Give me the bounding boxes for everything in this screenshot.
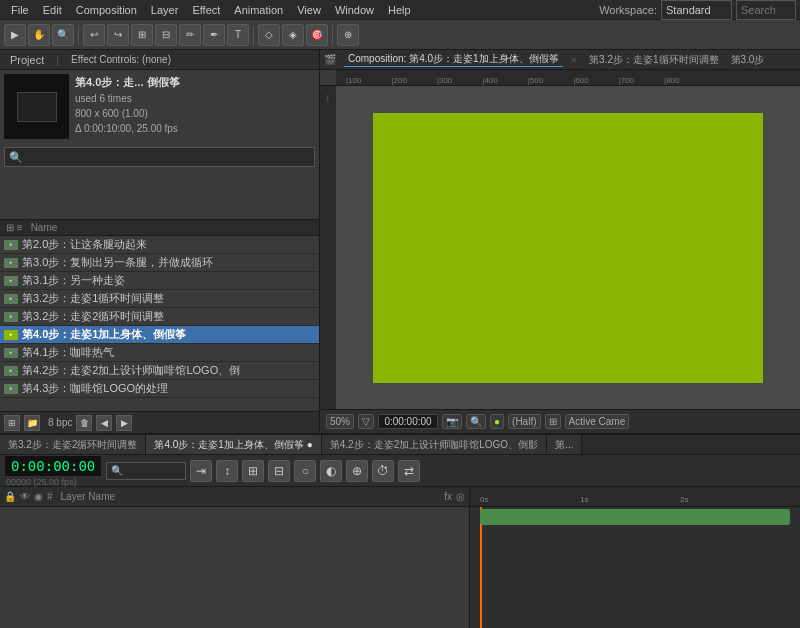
motion-icon: ◎ <box>456 491 465 502</box>
file-item-7[interactable]: ▪ 第4.2步：走姿2加上设计师咖啡馆LOGO、倒 <box>0 362 319 380</box>
toolbar-sep1 <box>78 25 79 45</box>
res-btn[interactable]: ⊞ <box>545 414 561 429</box>
time-marker-0: 0s <box>480 495 488 504</box>
project-tab[interactable]: Project <box>6 54 48 66</box>
tc-btn-7[interactable]: ⊕ <box>346 460 368 482</box>
file-icon-0: ▪ <box>4 240 18 250</box>
workspace-dropdown[interactable]: Standard <box>661 0 732 20</box>
nav-next[interactable]: ▶ <box>116 415 132 431</box>
menu-edit[interactable]: Edit <box>36 2 69 18</box>
bottom-section: 第3.2步：走姿2循环时间调整 第4.0步：走姿1加上身体、倒假筝 ● 第4.2… <box>0 433 800 628</box>
toolbar-sep3 <box>332 25 333 45</box>
tc-btn-5[interactable]: ○ <box>294 460 316 482</box>
toolbar-text[interactable]: T <box>227 24 249 46</box>
file-icon-5: ▪ <box>4 330 18 340</box>
tc-btn-1[interactable]: ⇥ <box>190 460 212 482</box>
new-composition-btn[interactable]: ⊞ <box>4 415 20 431</box>
menu-effect[interactable]: Effect <box>185 2 227 18</box>
tc-btn-3[interactable]: ⊞ <box>242 460 264 482</box>
tc-btn-6[interactable]: ◐ <box>320 460 342 482</box>
layer-name-header: Layer Name <box>61 491 115 502</box>
file-list-panel: ⊞ ≡ Name ▪ 第2.0步：让这条腿动起来 ▪ 第3.0步：复制出另一条腿… <box>0 220 319 411</box>
toolbar-fill[interactable]: ◈ <box>282 24 304 46</box>
tc-btn-2[interactable]: ↕ <box>216 460 238 482</box>
magnify-btn[interactable]: 🔍 <box>466 414 486 429</box>
search-input[interactable] <box>736 0 796 20</box>
toolbar-tool3[interactable]: ⊞ <box>131 24 153 46</box>
toolbar-pen[interactable]: ✒ <box>203 24 225 46</box>
file-item-1[interactable]: ▪ 第3.0步：复制出另一条腿，并做成循环 <box>0 254 319 272</box>
camera-icon[interactable]: 📷 <box>442 414 462 429</box>
timecode-display[interactable]: 0:00:00:00 <box>378 414 438 429</box>
menu-composition[interactable]: Composition <box>69 2 144 18</box>
file-icon-6: ▪ <box>4 348 18 358</box>
file-label-3: 第3.2步：走姿1循环时间调整 <box>22 291 164 306</box>
quality-btn[interactable]: (Half) <box>508 414 540 429</box>
timeline-search-input[interactable] <box>106 462 186 480</box>
color-btn[interactable]: ● <box>490 414 504 429</box>
tc-btn-8[interactable]: ⏱ <box>372 460 394 482</box>
timeline-tab-1[interactable]: 第4.0步：走姿1加上身体、倒假筝 ● <box>146 435 321 455</box>
comp-tab-32[interactable]: 第3.2步：走姿1循环时间调整 <box>585 53 722 67</box>
comp-controls: 50% ▽ 0:00:00:00 📷 🔍 ● (Half) ⊞ Active C… <box>320 409 800 433</box>
tc-btn-9[interactable]: ⇄ <box>398 460 420 482</box>
timeline-ruler: 0s 1s 2s <box>470 487 800 507</box>
toolbar-tool5[interactable]: ✏ <box>179 24 201 46</box>
layer-header: 🔒 👁 ◉ # Layer Name fx ◎ <box>0 487 469 507</box>
comp-view-area[interactable]: | <box>320 86 800 409</box>
timeline-controls: 0:00:00:00 00000 (25.00 fps) ⇥ ↕ ⊞ ⊟ ○ ◐… <box>0 455 800 487</box>
zoom-control[interactable]: 50% <box>326 414 354 429</box>
toolbar-hand[interactable]: ✋ <box>28 24 50 46</box>
file-item-5[interactable]: ▪ 第4.0步：走姿1加上身体、倒假筝 <box>0 326 319 344</box>
toolbar-puppet[interactable]: ⊕ <box>337 24 359 46</box>
playhead[interactable] <box>480 507 482 628</box>
menu-help[interactable]: Help <box>381 2 418 18</box>
toolbar-select[interactable]: ▶ <box>4 24 26 46</box>
tc-btn-4[interactable]: ⊟ <box>268 460 290 482</box>
time-marker-1: 1s <box>580 495 588 504</box>
delete-btn[interactable]: 🗑 <box>76 415 92 431</box>
file-item-0[interactable]: ▪ 第2.0步：让这条腿动起来 <box>0 236 319 254</box>
ruler-corner <box>320 70 336 86</box>
file-icon-7: ▪ <box>4 366 18 376</box>
right-panel: 🎬 Composition: 第4.0步：走姿1加上身体、倒假筝 × 第3.2步… <box>320 50 800 433</box>
view-btn[interactable]: Active Came <box>565 414 630 429</box>
ruler-500: |500 <box>528 76 543 85</box>
timeline-timecode[interactable]: 0:00:00:00 <box>4 455 102 477</box>
menu-layer[interactable]: Layer <box>144 2 186 18</box>
project-thumbnail <box>4 74 69 139</box>
file-item-3[interactable]: ▪ 第3.2步：走姿1循环时间调整 <box>0 290 319 308</box>
toolbar-rotate[interactable]: ↩ <box>83 24 105 46</box>
menu-window[interactable]: Window <box>328 2 381 18</box>
new-folder-btn[interactable]: 📁 <box>24 415 40 431</box>
timeline-track-bar <box>480 509 790 525</box>
menu-animation[interactable]: Animation <box>227 2 290 18</box>
toolbar-tool4[interactable]: ⊟ <box>155 24 177 46</box>
file-item-2[interactable]: ▪ 第3.1步：另一种走姿 <box>0 272 319 290</box>
comp-icon: 🎬 <box>324 54 336 65</box>
nav-prev[interactable]: ◀ <box>96 415 112 431</box>
comp-tab-main[interactable]: Composition: 第4.0步：走姿1加上身体、倒假筝 <box>344 52 563 67</box>
menu-view[interactable]: View <box>290 2 328 18</box>
timeline-tab-0[interactable]: 第3.2步：走姿2循环时间调整 <box>0 435 146 455</box>
file-item-8[interactable]: ▪ 第4.3步：咖啡馆LOGO的处理 <box>0 380 319 398</box>
comp-tab-30[interactable]: 第3.0步 <box>727 53 769 67</box>
project-search-bar <box>0 143 319 171</box>
layer-right-icons: fx ◎ <box>444 491 465 502</box>
file-item-6[interactable]: ▪ 第4.1步：咖啡热气 <box>0 344 319 362</box>
toolbar-camera[interactable]: 🎯 <box>306 24 328 46</box>
project-meta: 第4.0步：走... 倒假筝 used 6 times 800 x 600 (1… <box>75 74 180 139</box>
toolbar-shapes[interactable]: ◇ <box>258 24 280 46</box>
timeline-tab-2[interactable]: 第4.2步：走姿2加上设计师咖啡馆LOGO、倒影 <box>322 435 547 455</box>
effect-controls-tab[interactable]: Effect Controls: (none) <box>67 54 175 65</box>
timeline-tab-3[interactable]: 第... <box>547 435 582 455</box>
toolbar-zoom[interactable]: 🔍 <box>52 24 74 46</box>
project-panel-header: Project | Effect Controls: (none) <box>0 50 319 70</box>
timeline-left-panel: 🔒 👁 ◉ # Layer Name fx ◎ <box>0 487 470 628</box>
main-layout: Project | Effect Controls: (none) 第4.0步：… <box>0 50 800 433</box>
fit-btn[interactable]: ▽ <box>358 414 374 429</box>
project-search-input[interactable] <box>4 147 315 167</box>
toolbar-redo[interactable]: ↪ <box>107 24 129 46</box>
menu-file[interactable]: File <box>4 2 36 18</box>
file-item-4[interactable]: ▪ 第3.2步：走姿2循环时间调整 <box>0 308 319 326</box>
